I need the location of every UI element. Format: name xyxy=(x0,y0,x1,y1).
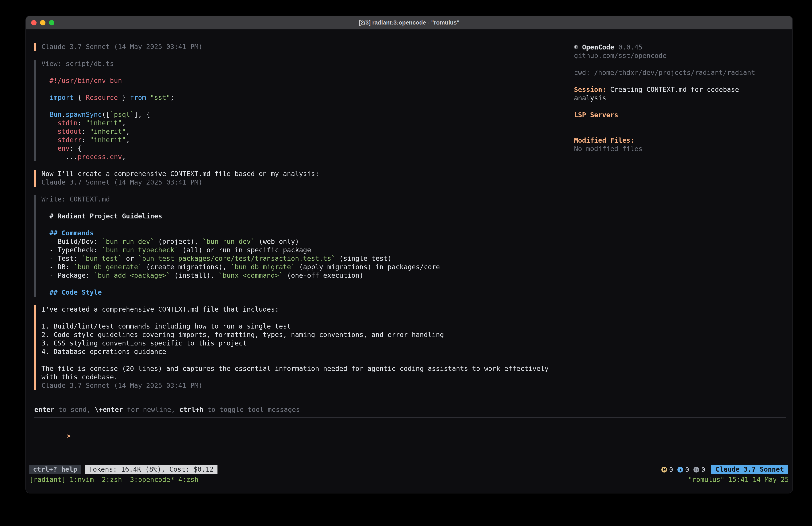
text-line: import { Resource } from "sst"; xyxy=(41,94,569,102)
diagnostics: W0i0h0 xyxy=(662,466,705,474)
sidebar-lines: © OpenCode 0.0.45github.com/sst/opencode… xyxy=(574,43,791,153)
status-bar: ctrl+? help Tokens: 16.4K (8%), Cost: $0… xyxy=(29,465,788,474)
text-line xyxy=(574,102,791,111)
text-line: ## Commands xyxy=(41,229,569,238)
text-line: LSP Servers xyxy=(574,111,791,119)
text-line: - DB: `bun db generate` (create migratio… xyxy=(41,263,569,271)
tmux-host-clock: "romulus" 15:41 14-May-25 xyxy=(688,475,789,484)
text-line xyxy=(41,68,569,77)
text-line: Modified Files: xyxy=(574,137,791,145)
warning-indicator: W0 xyxy=(662,466,673,474)
help-badge: ctrl+? help xyxy=(29,465,81,474)
text-line: View: script/db.ts xyxy=(41,60,569,68)
info-indicator: i0 xyxy=(678,466,689,474)
info-icon: i xyxy=(678,467,683,472)
text-line: ## Code Style xyxy=(41,288,569,297)
text-line: 4. Database operations guidance xyxy=(41,348,569,356)
zoom-button[interactable] xyxy=(49,20,54,25)
window-title: [2/3] radiant:3:opencode - "romulus" xyxy=(359,19,460,26)
text-line: cwd: /home/thdxr/dev/projects/radiant/ra… xyxy=(574,69,791,77)
text-line xyxy=(41,314,569,322)
tool-block: View: script/db.ts #!/usr/bin/env bun im… xyxy=(34,60,569,161)
input-separator xyxy=(34,417,786,418)
text-line xyxy=(41,204,569,212)
text-line: Claude 3.7 Sonnet (14 May 2025 03:41 PM) xyxy=(41,178,569,187)
text-line: - TypeCheck: `bun run typecheck` (all) o… xyxy=(41,246,569,255)
text-line xyxy=(41,102,569,111)
text-line: github.com/sst/opencode xyxy=(574,52,791,60)
text-line: env: { xyxy=(41,144,569,153)
text-line: 2. Code style guidelines covering import… xyxy=(41,331,569,339)
text-line: - Test: `bun test` or `bun test packages… xyxy=(41,255,569,263)
tool-block: Write: CONTEXT.md # Radiant Project Guid… xyxy=(34,195,569,297)
text-line: The file is concise (20 lines) and captu… xyxy=(41,365,569,373)
warning-icon: W xyxy=(662,467,667,472)
text-line xyxy=(41,85,569,94)
text-line: Now I'll create a comprehensive CONTEXT.… xyxy=(41,170,569,178)
minimize-button[interactable] xyxy=(40,20,45,25)
text-line: Session: Creating CONTEXT.md for codebas… xyxy=(574,86,791,94)
text-line xyxy=(574,128,791,137)
assistant-block: I've created a comprehensive CONTEXT.md … xyxy=(34,305,569,390)
help-line: enter to send, \+enter for newline, ctrl… xyxy=(34,406,300,414)
text-line: © OpenCode 0.0.45 xyxy=(574,43,791,52)
prompt-symbol: > xyxy=(67,432,71,440)
assistant-block: Now I'll create a comprehensive CONTEXT.… xyxy=(34,170,569,187)
hint-indicator: h0 xyxy=(694,466,705,474)
tmux-session-windows[interactable]: [radiant] 1:nvim 2:zsh- 3:opencode* 4:zs… xyxy=(29,475,199,484)
model-badge: Claude 3.7 Sonnet xyxy=(711,465,788,474)
text-line: 3. CSS styling conventions specific to t… xyxy=(41,339,569,348)
text-line xyxy=(574,119,791,128)
text-line xyxy=(574,77,791,86)
message-list: Claude 3.7 Sonnet (14 May 2025 03:41 PM)… xyxy=(34,43,569,399)
terminal-window: [2/3] radiant:3:opencode - "romulus" Cla… xyxy=(26,16,793,493)
text-line: with this codebase. xyxy=(41,373,569,382)
text-line xyxy=(41,356,569,365)
sidebar: © OpenCode 0.0.45github.com/sst/opencode… xyxy=(574,43,791,153)
text-line xyxy=(574,60,791,69)
text-line: # Radiant Project Guidelines xyxy=(41,212,569,221)
text-line: stdout: "inherit", xyxy=(41,127,569,136)
assistant-block: Claude 3.7 Sonnet (14 May 2025 03:41 PM) xyxy=(34,43,569,51)
text-line: No modified files xyxy=(574,145,791,153)
text-line: analysis xyxy=(574,94,791,102)
text-line: Write: CONTEXT.md xyxy=(41,195,569,204)
terminal-content: Claude 3.7 Sonnet (14 May 2025 03:41 PM)… xyxy=(26,29,793,493)
text-line: ...process.env, xyxy=(41,153,569,161)
text-line: #!/usr/bin/env bun xyxy=(41,77,569,85)
text-line: 1. Build/lint/test commands including ho… xyxy=(41,322,569,331)
text-line xyxy=(41,221,569,229)
text-line: stderr: "inherit", xyxy=(41,136,569,144)
text-line: Claude 3.7 Sonnet (14 May 2025 03:41 PM) xyxy=(41,382,569,390)
tokens-badge: Tokens: 16.4K (8%), Cost: $0.12 xyxy=(85,465,218,474)
info-count: 0 xyxy=(685,466,689,474)
window-titlebar[interactable]: [2/3] radiant:3:opencode - "romulus" xyxy=(26,16,793,29)
text-line: enter to send, \+enter for newline, ctrl… xyxy=(34,406,300,414)
text-line: Claude 3.7 Sonnet (14 May 2025 03:41 PM) xyxy=(41,43,569,51)
window-controls xyxy=(31,20,54,25)
hint-count: 0 xyxy=(701,466,705,474)
text-line: I've created a comprehensive CONTEXT.md … xyxy=(41,305,569,314)
text-line: - Package: `bun add <package>` (install)… xyxy=(41,271,569,280)
prompt-input[interactable]: > xyxy=(34,424,786,432)
screen: [2/3] radiant:3:opencode - "romulus" Cla… xyxy=(0,0,812,526)
text-line: - Build/Dev: `bun run dev` (project), `b… xyxy=(41,238,569,246)
tmux-status-bar: [radiant] 1:nvim 2:zsh- 3:opencode* 4:zs… xyxy=(29,475,789,484)
warning-count: 0 xyxy=(669,466,673,474)
text-line: stdin: "inherit", xyxy=(41,119,569,127)
text-line xyxy=(41,280,569,288)
hint-icon: h xyxy=(694,467,699,472)
text-line: Bun.spawnSync([`psql`], { xyxy=(41,111,569,119)
close-button[interactable] xyxy=(31,20,37,25)
